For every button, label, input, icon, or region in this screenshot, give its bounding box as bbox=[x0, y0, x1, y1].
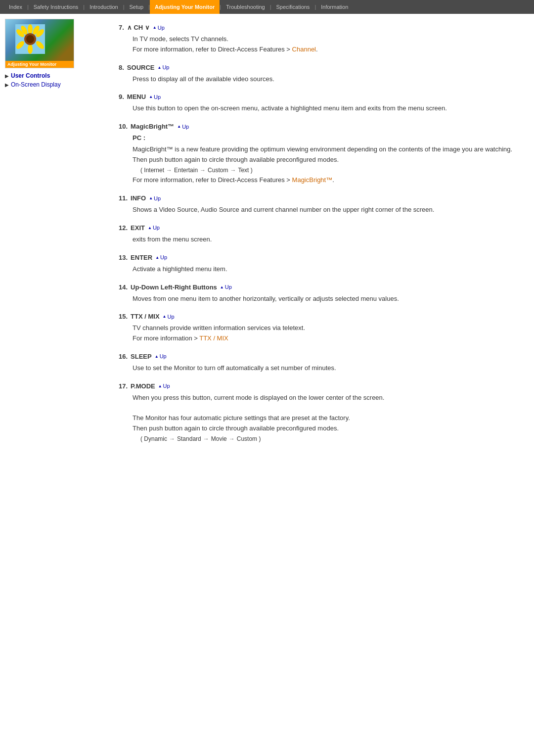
nav-bar: Index | Safety Instructions | Introducti… bbox=[0, 0, 534, 14]
section-17-header: 17. P.MODE Up bbox=[119, 382, 519, 390]
section-8-number: 8. bbox=[119, 64, 124, 71]
section-16-up[interactable]: Up bbox=[155, 353, 167, 359]
sidebar-image-label: Adjusting Your Monitor bbox=[5, 61, 74, 68]
magicbright-link[interactable]: MagicBright™ bbox=[292, 176, 333, 184]
section-16-number: 16. bbox=[119, 353, 128, 360]
nav-troubleshoot[interactable]: Troubleshooting bbox=[221, 0, 269, 14]
section-10-flow: ( Internet → Entertain → Custom → Text ) bbox=[133, 165, 519, 176]
section-15-up[interactable]: Up bbox=[163, 314, 175, 320]
section-15-number: 15. bbox=[119, 313, 128, 320]
nav-info[interactable]: Information bbox=[316, 0, 353, 14]
section-16-title: SLEEP bbox=[131, 353, 152, 360]
section-17-flow: ( Dynamic → Standard → Movie → Custom ) bbox=[133, 434, 519, 444]
section-17: 17. P.MODE Up When you press this button… bbox=[119, 382, 519, 444]
section-12-title: EXIT bbox=[131, 224, 145, 232]
section-17-line3: Then push button again to circle through… bbox=[133, 424, 519, 434]
section-11-number: 11. bbox=[119, 194, 128, 202]
nav-setup[interactable]: Setup bbox=[124, 0, 148, 14]
sidebar-nav-user-controls[interactable]: ▶ User Controls bbox=[5, 72, 109, 79]
section-15-title: TTX / MIX bbox=[131, 313, 160, 320]
section-10-title: MagicBright™ bbox=[131, 123, 174, 130]
section-8-up[interactable]: Up bbox=[157, 64, 169, 70]
section-16: 16. SLEEP Up Use to set the Monitor to t… bbox=[119, 353, 519, 374]
nav-intro[interactable]: Introduction bbox=[85, 0, 123, 14]
main-content: 7. ∧ CH ∨ Up In TV mode, selects TV chan… bbox=[109, 14, 534, 473]
section-14-up[interactable]: Up bbox=[220, 284, 232, 290]
section-13-line1: Activate a highlighted menu item. bbox=[133, 264, 519, 275]
section-13-header: 13. ENTER Up bbox=[119, 254, 519, 261]
section-10-number: 10. bbox=[119, 123, 128, 130]
section-8: 8. SOURCE Up Press to display all of the… bbox=[119, 64, 519, 85]
arrow-icon: ▶ bbox=[5, 73, 9, 79]
svg-point-1 bbox=[28, 24, 33, 34]
nav-adjusting[interactable]: Adjusting Your Monitor bbox=[150, 0, 220, 14]
sidebar: Adjusting Your Monitor ▶ User Controls ▶… bbox=[0, 14, 109, 473]
sidebar-image: Adjusting Your Monitor bbox=[5, 19, 74, 68]
section-7-body: In TV mode, selects TV channels. For mor… bbox=[119, 34, 519, 55]
section-15-line2: For more information > TTX / MIX bbox=[133, 333, 519, 344]
section-17-line1: When you press this button, current mode… bbox=[133, 393, 519, 403]
section-17-number: 17. bbox=[119, 382, 128, 390]
section-11-header: 11. INFO Up bbox=[119, 194, 519, 202]
section-11-title: INFO bbox=[131, 194, 146, 202]
section-16-line1: Use to set the Monitor to turn off autom… bbox=[133, 363, 519, 374]
section-9-header: 9. MENU Up bbox=[119, 93, 519, 100]
sidebar-nav-label-osd: On-Screen Display bbox=[11, 81, 61, 88]
section-17-up[interactable]: Up bbox=[158, 383, 170, 389]
section-10-header: 10. MagicBright™ Up bbox=[119, 123, 519, 130]
section-11-line1: Shows a Video Source, Audio Source and c… bbox=[133, 205, 519, 215]
section-7-number: 7. bbox=[119, 24, 124, 31]
section-10: 10. MagicBright™ Up PC : MagicBright™ is… bbox=[119, 123, 519, 186]
ttx-link[interactable]: TTX / MIX bbox=[199, 334, 228, 342]
section-10-body: PC : MagicBright™ is a new feature provi… bbox=[119, 133, 519, 186]
section-10-extra: For more information, refer to Direct-Ac… bbox=[133, 175, 519, 186]
section-9-up[interactable]: Up bbox=[149, 94, 161, 100]
section-8-body: Press to display all of the available vi… bbox=[119, 74, 519, 85]
nav-index[interactable]: Index bbox=[4, 0, 27, 14]
section-9: 9. MENU Up Use this button to open the o… bbox=[119, 93, 519, 114]
section-11-body: Shows a Video Source, Audio Source and c… bbox=[119, 205, 519, 215]
section-17-title: P.MODE bbox=[131, 382, 155, 390]
section-9-line1: Use this button to open the on-screen me… bbox=[133, 103, 519, 114]
section-9-number: 9. bbox=[119, 93, 124, 100]
section-14-number: 14. bbox=[119, 284, 128, 291]
section-13-number: 13. bbox=[119, 254, 128, 261]
section-9-title: MENU bbox=[127, 93, 146, 100]
svg-point-10 bbox=[26, 35, 34, 43]
section-12-line1: exits from the menu screen. bbox=[133, 235, 519, 245]
section-8-line1: Press to display all of the available vi… bbox=[133, 74, 519, 85]
section-8-header: 8. SOURCE Up bbox=[119, 64, 519, 71]
section-10-line1: MagicBright™ is a new feature providing … bbox=[133, 144, 519, 155]
section-14: 14. Up-Down Left-Right Buttons Up Moves … bbox=[119, 284, 519, 304]
section-13-up[interactable]: Up bbox=[155, 254, 167, 260]
channel-link[interactable]: Channel bbox=[292, 46, 316, 53]
section-12-body: exits from the menu screen. bbox=[119, 235, 519, 245]
section-11: 11. INFO Up Shows a Video Source, Audio … bbox=[119, 194, 519, 215]
arrow-icon-osd: ▶ bbox=[5, 82, 9, 88]
sidebar-nav-label-user-controls: User Controls bbox=[11, 72, 50, 79]
sidebar-nav: ▶ User Controls ▶ On-Screen Display bbox=[5, 72, 109, 88]
nav-safety[interactable]: Safety Instructions bbox=[29, 0, 84, 14]
nav-specs[interactable]: Specifications bbox=[271, 0, 315, 14]
section-10-line2: Then push button again to circle through… bbox=[133, 155, 519, 165]
section-15: 15. TTX / MIX Up TV channels provide wri… bbox=[119, 313, 519, 344]
section-12-up[interactable]: Up bbox=[148, 225, 160, 231]
section-7: 7. ∧ CH ∨ Up In TV mode, selects TV chan… bbox=[119, 24, 519, 55]
section-15-line1: TV channels provide written information … bbox=[133, 323, 519, 333]
section-7-title: ∧ CH ∨ bbox=[127, 24, 150, 31]
section-10-up[interactable]: Up bbox=[177, 124, 189, 130]
section-14-body: Moves from one menu item to another hori… bbox=[119, 294, 519, 304]
section-17-body: When you press this button, current mode… bbox=[119, 393, 519, 444]
section-14-title: Up-Down Left-Right Buttons bbox=[131, 284, 217, 291]
section-16-body: Use to set the Monitor to turn off autom… bbox=[119, 363, 519, 374]
section-11-up[interactable]: Up bbox=[149, 195, 161, 201]
section-13-title: ENTER bbox=[131, 254, 152, 261]
section-15-header: 15. TTX / MIX Up bbox=[119, 313, 519, 320]
section-16-header: 16. SLEEP Up bbox=[119, 353, 519, 360]
sidebar-nav-osd[interactable]: ▶ On-Screen Display bbox=[5, 81, 109, 88]
section-10-sub-label: PC : bbox=[133, 133, 519, 143]
section-7-line1: In TV mode, selects TV channels. bbox=[133, 34, 519, 45]
section-13: 13. ENTER Up Activate a highlighted menu… bbox=[119, 254, 519, 275]
section-12-header: 12. EXIT Up bbox=[119, 224, 519, 232]
section-7-up[interactable]: Up bbox=[153, 25, 165, 31]
